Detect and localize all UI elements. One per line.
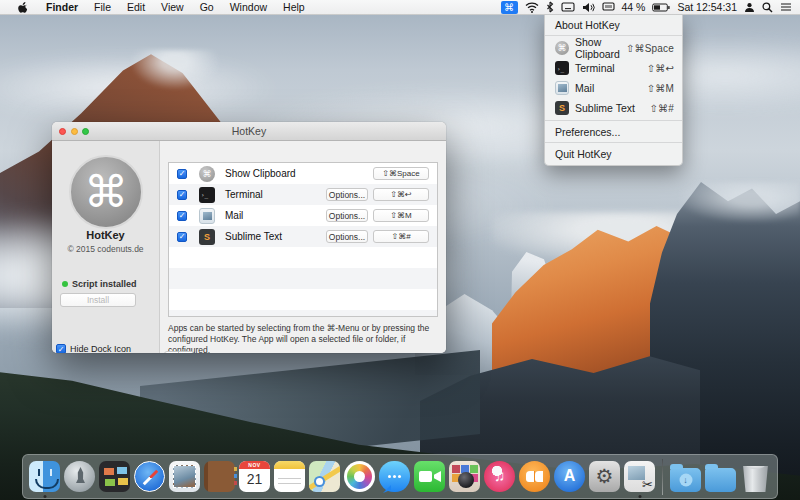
row-checkbox[interactable] — [177, 232, 187, 242]
menu-file[interactable]: File — [86, 0, 119, 14]
window-title-bar[interactable]: HotKey — [52, 122, 446, 141]
minimize-button[interactable] — [71, 128, 78, 135]
volume-icon[interactable] — [582, 0, 595, 14]
row-checkbox[interactable] — [177, 169, 187, 179]
dock-safari-icon[interactable] — [133, 460, 166, 493]
dock-itunes-icon[interactable] — [483, 460, 516, 493]
shortcut-button[interactable]: ⇧⌘↩ — [373, 188, 429, 201]
bluetooth-icon[interactable] — [546, 0, 554, 14]
quit-hotkey-label: Quit HotKey — [555, 148, 612, 160]
wifi-icon[interactable] — [525, 0, 539, 14]
app-row-sublime-text[interactable]: S Sublime Text Options... ⇧⌘# — [169, 226, 437, 247]
battery-icon[interactable] — [652, 0, 670, 14]
menu-item-about-hotkey[interactable]: About HotKey — [545, 16, 682, 33]
row-label: Terminal — [225, 189, 263, 200]
wallpaper-right-cliff-snow — [680, 182, 800, 222]
menu-go[interactable]: Go — [192, 0, 222, 14]
menu-help[interactable]: Help — [275, 0, 313, 14]
about-hotkey-label: About HotKey — [555, 19, 620, 31]
preferences-label: Preferences... — [555, 126, 620, 138]
menu-edit[interactable]: Edit — [119, 0, 153, 14]
hotkey-window: HotKey ⌘ HotKey © 2015 codenuts.de Scrip… — [52, 122, 446, 353]
dock-ibooks-icon[interactable] — [518, 460, 551, 493]
hotkey-menu-extra-selected[interactable]: ⌘ — [501, 1, 518, 14]
app-row-terminal[interactable]: ›_ Terminal Options... ⇧⌘↩ — [169, 184, 437, 205]
apple-menu[interactable] — [9, 0, 38, 14]
menu-item-mail[interactable]: Mail ⇧⌘M — [545, 78, 682, 98]
dock-launchpad-icon[interactable] — [63, 460, 96, 493]
user-icon[interactable] — [744, 0, 755, 14]
menu-view[interactable]: View — [153, 0, 192, 14]
options-button[interactable]: Options... — [326, 209, 368, 222]
menu-item-show-clipboard[interactable]: ⌘ Show Clipboard ⇧⌘Space — [545, 38, 682, 58]
menu-bar-clock[interactable]: Sat 12:54:31 — [677, 1, 737, 13]
window-sidebar: ⌘ HotKey © 2015 codenuts.de Script insta… — [52, 141, 160, 353]
dock-contacts-icon[interactable] — [203, 460, 236, 493]
window-content: ⌘ Show Clipboard ⇧⌘Space ›_ Terminal Opt… — [160, 141, 446, 353]
active-app-menu[interactable]: Finder — [38, 0, 86, 14]
hide-dock-checkbox[interactable] — [56, 344, 66, 353]
dock-app-store-icon[interactable] — [553, 460, 586, 493]
shortcut-button[interactable]: ⇧⌘Space — [373, 167, 429, 180]
dock-messages-icon[interactable] — [378, 460, 411, 493]
dock-downloads-folder-icon[interactable] — [669, 460, 702, 493]
mail-icon — [199, 208, 215, 224]
command-icon: ⌘ — [199, 166, 215, 182]
dock-photos-icon[interactable] — [343, 460, 376, 493]
wallpaper-left-peak-snow — [130, 50, 220, 90]
spotlight-search-icon[interactable] — [762, 0, 773, 14]
mail-icon — [555, 81, 569, 95]
dock-photo-booth-icon[interactable] — [448, 460, 481, 493]
keyboard-input-icon[interactable] — [561, 0, 575, 14]
dock-grab-icon[interactable] — [623, 460, 656, 493]
dock-trash-full-icon[interactable] — [739, 460, 772, 493]
dock: NOV21 — [22, 454, 778, 499]
menu-item-quit-hotkey[interactable]: Quit HotKey — [545, 145, 682, 162]
dock-notes-icon[interactable] — [273, 460, 306, 493]
close-button[interactable] — [59, 128, 66, 135]
remove-app-button[interactable]: − — [179, 351, 194, 353]
dock-calendar-icon[interactable]: NOV21 — [238, 460, 271, 493]
shortcut-button[interactable]: ⇧⌘M — [373, 209, 429, 222]
hotkey-dropdown-menu: About HotKey ⌘ Show Clipboard ⇧⌘Space ›_… — [544, 14, 683, 166]
hotkey-app-icon: ⌘ — [69, 155, 143, 229]
add-remove-control: + − — [164, 351, 194, 353]
dock-mail-icon[interactable] — [168, 460, 201, 493]
dock-facetime-icon[interactable] — [413, 460, 446, 493]
row-checkbox[interactable] — [177, 211, 187, 221]
options-button[interactable]: Options... — [326, 188, 368, 201]
display-icon[interactable] — [602, 0, 615, 14]
menu-separator — [545, 120, 682, 121]
window-title: HotKey — [232, 125, 266, 137]
sublime-text-icon: S — [199, 229, 215, 245]
row-label: Mail — [225, 210, 243, 221]
install-button[interactable]: Install — [60, 293, 136, 307]
dock-system-preferences-icon[interactable] — [588, 460, 621, 493]
hide-dock-icon-row: Hide Dock Icon — [56, 344, 131, 353]
dock-documents-folder-icon[interactable] — [704, 460, 737, 493]
calendar-month: NOV — [239, 461, 270, 469]
app-row-show-clipboard[interactable]: ⌘ Show Clipboard ⇧⌘Space — [169, 163, 437, 184]
shortcut-button[interactable]: ⇧⌘# — [373, 230, 429, 243]
menu-item-terminal[interactable]: ›_ Terminal ⇧⌘↩ — [545, 58, 682, 78]
menu-bar: Finder File Edit View Go Window Help ⌘ 4… — [0, 0, 800, 15]
sublime-text-icon: S — [555, 101, 569, 115]
terminal-icon: ›_ — [555, 61, 569, 75]
dock-mission-control-icon[interactable] — [98, 460, 131, 493]
options-button[interactable]: Options... — [326, 230, 368, 243]
menu-window[interactable]: Window — [222, 0, 275, 14]
dock-finder-icon[interactable] — [28, 460, 61, 493]
hotkey-app-list: ⌘ Show Clipboard ⇧⌘Space ›_ Terminal Opt… — [168, 162, 438, 317]
dock-maps-icon[interactable] — [308, 460, 341, 493]
menu-item-preferences[interactable]: Preferences... — [545, 123, 682, 140]
row-label: Sublime Text — [225, 231, 282, 242]
notification-center-icon[interactable] — [780, 0, 792, 14]
running-indicator — [43, 495, 46, 498]
row-checkbox[interactable] — [177, 190, 187, 200]
menu-app-label: Terminal — [575, 62, 615, 74]
app-row-mail[interactable]: Mail Options... ⇧⌘M — [169, 205, 437, 226]
zoom-button[interactable] — [82, 128, 89, 135]
add-app-button[interactable]: + — [164, 351, 179, 353]
traffic-lights — [59, 128, 89, 135]
menu-item-sublime-text[interactable]: S Sublime Text ⇧⌘# — [545, 98, 682, 118]
